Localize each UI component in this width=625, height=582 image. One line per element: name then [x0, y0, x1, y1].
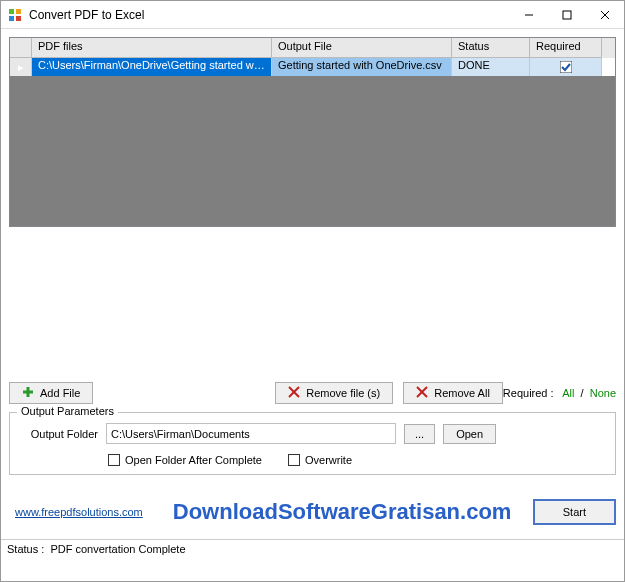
maximize-button[interactable] [548, 1, 586, 29]
svg-rect-2 [9, 16, 14, 21]
row-indicator-icon: ▸ [10, 58, 32, 76]
remove-file-button[interactable]: Remove file (s) [275, 382, 393, 404]
open-after-complete-label: Open Folder After Complete [125, 454, 262, 466]
output-parameters-title: Output Parameters [17, 405, 118, 417]
overwrite-checkbox[interactable]: Overwrite [288, 454, 352, 466]
svg-rect-1 [16, 9, 21, 14]
window-title: Convert PDF to Excel [29, 8, 510, 22]
grid-header-indicator [10, 38, 32, 58]
plus-icon [22, 386, 34, 400]
grid-header-status[interactable]: Status [452, 38, 530, 58]
browse-folder-button[interactable]: ... [404, 424, 435, 444]
table-row[interactable]: ▸ C:\Users\Firman\OneDrive\Getting start… [10, 58, 615, 76]
cell-required[interactable] [530, 58, 602, 76]
overwrite-label: Overwrite [305, 454, 352, 466]
titlebar: Convert PDF to Excel [1, 1, 624, 29]
output-parameters-group: Output Parameters Output Folder ... Open… [9, 412, 616, 475]
close-button[interactable] [586, 1, 624, 29]
required-label: Required : [503, 387, 554, 399]
file-grid[interactable]: PDF files Output File Status Required ▸ … [9, 37, 616, 227]
svg-rect-0 [9, 9, 14, 14]
status-text: PDF convertation Complete [50, 543, 185, 555]
cell-pdf-path[interactable]: C:\Users\Firman\OneDrive\Getting started… [32, 58, 272, 76]
cell-status: DONE [452, 58, 530, 76]
grid-header-output[interactable]: Output File [272, 38, 452, 58]
watermark-text: DownloadSoftwareGratisan.com [173, 499, 512, 525]
remove-all-label: Remove All [434, 387, 490, 399]
output-folder-label: Output Folder [18, 428, 98, 440]
remove-file-label: Remove file (s) [306, 387, 380, 399]
svg-rect-5 [563, 11, 571, 19]
svg-rect-8 [560, 61, 572, 73]
required-sep: / [581, 387, 584, 399]
x-icon [416, 386, 428, 400]
checkbox-icon [108, 454, 120, 466]
minimize-button[interactable] [510, 1, 548, 29]
status-label: Status : [7, 543, 44, 555]
svg-rect-3 [16, 16, 21, 21]
output-folder-input[interactable] [106, 423, 396, 444]
checkbox-icon [288, 454, 300, 466]
app-icon [7, 7, 23, 23]
required-none-link[interactable]: None [590, 387, 616, 399]
grid-header-required[interactable]: Required [530, 38, 602, 58]
add-file-label: Add File [40, 387, 80, 399]
add-file-button[interactable]: Add File [9, 382, 93, 404]
remove-all-button[interactable]: Remove All [403, 382, 503, 404]
website-link[interactable]: www.freepdfsolutions.com [15, 506, 143, 518]
required-all-link[interactable]: All [562, 387, 574, 399]
open-after-complete-checkbox[interactable]: Open Folder After Complete [108, 454, 262, 466]
status-bar: Status : PDF convertation Complete [1, 539, 624, 559]
grid-header: PDF files Output File Status Required [10, 38, 615, 58]
grid-header-pdf[interactable]: PDF files [32, 38, 272, 58]
cell-output-file[interactable]: Getting started with OneDrive.csv [272, 58, 452, 76]
start-button[interactable]: Start [533, 499, 616, 525]
x-icon [288, 386, 300, 400]
open-folder-button[interactable]: Open [443, 424, 496, 444]
